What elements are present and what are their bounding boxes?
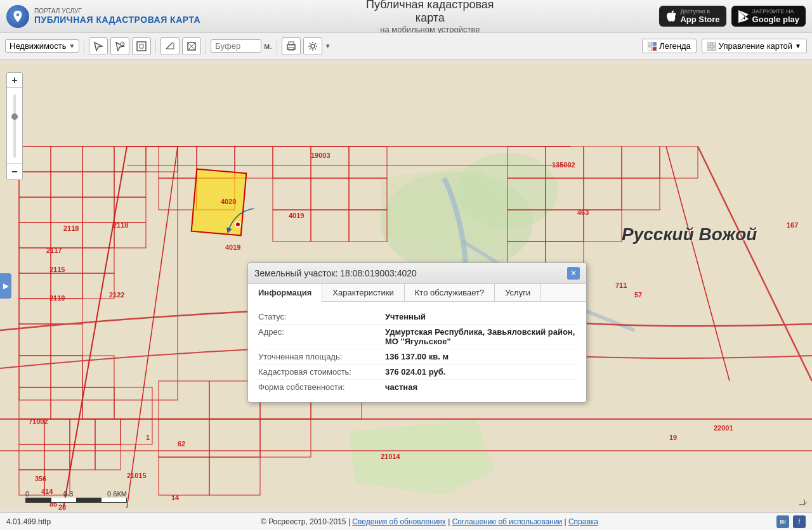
info-value-ownership: частная — [385, 382, 417, 392]
info-row-area: Уточненная площадь: 136 137.00 кв. м — [258, 349, 576, 365]
info-panel-close-button[interactable]: ✕ — [567, 267, 580, 280]
toolbar-separator-4 — [277, 39, 277, 54]
map-control-button[interactable]: Управление картой ▼ — [702, 39, 807, 53]
legend-label: Легенда — [659, 41, 690, 51]
center-title: Публичная кадастровая карта — [353, 0, 506, 25]
help-link[interactable]: Справка — [568, 517, 598, 526]
zoom-in-button[interactable]: + — [7, 73, 22, 88]
zoom-out-button[interactable]: − — [7, 164, 22, 179]
area-tool-button[interactable] — [182, 37, 201, 55]
svg-rect-14 — [707, 47, 711, 51]
svg-rect-11 — [653, 47, 657, 51]
svg-rect-12 — [707, 42, 711, 46]
select-tool-button[interactable] — [89, 37, 108, 55]
logo-icon — [6, 5, 29, 28]
info-row-status: Статус: Учтенный — [258, 309, 576, 325]
info-row-ownership: Форма собственности: частная — [258, 380, 576, 394]
zoom-select-button[interactable] — [132, 37, 151, 55]
side-panel-expand-button[interactable]: ▶ — [0, 273, 11, 299]
appstore-name: App Store — [680, 15, 719, 24]
info-value-address: Удмуртская Республика, Завьяловский райо… — [385, 327, 576, 346]
info-tool-button[interactable]: ? — [110, 37, 129, 55]
dropdown-arrow-icon: ▼ — [69, 42, 75, 49]
info-value-area: 136 137.00 кв. м — [385, 352, 449, 361]
map-container[interactable]: + − ▶ 19003 135002 463 167 711 71002 19 … — [0, 60, 812, 512]
legend-button[interactable]: Легенда — [642, 39, 696, 53]
appstore-label: Доступно в — [680, 8, 719, 15]
settings-arrow: ▾ — [326, 42, 330, 50]
header: ПОРТАЛ УСЛУГ ПУБЛИЧНАЯ КАДАСТРОВАЯ КАРТА… — [0, 0, 812, 33]
toolbar: Недвижимость ▼ ? м. ▾ Легенда Управление… — [0, 33, 812, 60]
header-text: ПОРТАЛ УСЛУГ ПУБЛИЧНАЯ КАДАСТРОВАЯ КАРТА — [34, 8, 200, 25]
property-type-select[interactable]: Недвижимость ▼ — [5, 39, 79, 53]
info-label-address: Адрес: — [258, 327, 385, 346]
googleplay-badge[interactable]: ЗАГРУЗИТЕ НА Google play — [731, 6, 806, 27]
map-control-arrow-icon: ▼ — [795, 42, 801, 49]
scale-label-0: 0 — [25, 490, 29, 498]
zoom-slider[interactable] — [7, 88, 22, 164]
scale-bar-visual — [25, 498, 127, 503]
updates-link[interactable]: Сведения об обновлениях — [352, 517, 446, 526]
info-tabs: Информация Характеристики Кто обслуживае… — [248, 284, 586, 302]
googleplay-name: Google play — [752, 15, 799, 24]
bottom-right: вк f — [776, 515, 806, 528]
header-center: Публичная кадастровая карта на мобильном… — [353, 0, 506, 34]
scale-label-max: 0.6КМ — [107, 490, 127, 498]
info-value-status: Учтенный — [385, 312, 426, 321]
toolbar-right: Легенда Управление картой ▼ — [642, 39, 807, 53]
info-row-address: Адрес: Удмуртская Республика, Завьяловск… — [258, 325, 576, 349]
tab-information[interactable]: Информация — [248, 284, 322, 302]
fb-icon[interactable]: f — [793, 515, 806, 528]
info-row-cadastral-value: Кадастровая стоимость: 376 024.01 руб. — [258, 365, 576, 380]
scale-label-mid: 0.3 — [63, 490, 73, 498]
toolbar-separator-2 — [155, 39, 156, 54]
copyright-text: © Росреестр, 2010-2015 — [261, 517, 346, 526]
tab-who-services[interactable]: Кто обслуживает? — [405, 284, 495, 301]
info-label-status: Статус: — [258, 312, 385, 321]
map-control-label: Управление картой — [719, 41, 792, 51]
appstore-badge[interactable]: Доступно в App Store — [659, 6, 726, 27]
usage-link[interactable]: Соглашение об использовании — [452, 517, 563, 526]
buffer-unit-label: м. — [264, 41, 272, 51]
portal-label: ПОРТАЛ УСЛУГ — [34, 8, 200, 15]
scale-bar: 0 0.3 0.6КМ — [25, 490, 127, 503]
app-badges: Доступно в App Store ЗАГРУЗИТЕ НА Google… — [659, 6, 806, 27]
measure-tool-button[interactable] — [160, 37, 180, 55]
buffer-input[interactable] — [211, 39, 261, 53]
info-value-cadastral-value: 376 024.01 руб. — [385, 367, 445, 377]
bottom-url: 4.01.499.http — [6, 517, 82, 526]
svg-point-7 — [311, 44, 315, 48]
bottom-bar: 4.01.499.http © Росреестр, 2010-2015 | С… — [0, 512, 812, 530]
tab-services[interactable]: Услуги — [495, 284, 541, 301]
info-panel: Земельный участок: 18:08:019003:4020 ✕ И… — [247, 262, 587, 403]
info-content: Статус: Учтенный Адрес: Удмуртская Респу… — [248, 302, 586, 402]
svg-text:?: ? — [122, 42, 124, 46]
info-panel-header: Земельный участок: 18:08:019003:4020 ✕ — [248, 263, 586, 284]
zoom-controls: + − — [6, 72, 23, 180]
info-label-cadastral-value: Кадастровая стоимость: — [258, 367, 385, 377]
toolbar-separator-3 — [206, 39, 206, 54]
logo: ПОРТАЛ УСЛУГ ПУБЛИЧНАЯ КАДАСТРОВАЯ КАРТА — [6, 5, 200, 28]
bottom-center: © Росреестр, 2010-2015 | Сведения об обн… — [82, 517, 776, 526]
info-label-area: Уточненная площадь: — [258, 352, 385, 361]
print-button[interactable] — [282, 37, 301, 55]
info-label-ownership: Форма собственности: — [258, 382, 385, 392]
map-title: ПУБЛИЧНАЯ КАДАСТРОВАЯ КАРТА — [34, 15, 200, 25]
scale-bar-labels: 0 0.3 0.6КМ — [25, 490, 127, 498]
settings-button[interactable] — [303, 37, 322, 55]
svg-rect-2 — [137, 42, 146, 51]
tab-characteristics[interactable]: Характеристики — [322, 284, 404, 301]
property-type-label: Недвижимость — [10, 41, 66, 51]
svg-rect-8 — [648, 42, 652, 46]
vk-icon[interactable]: вк — [776, 515, 789, 528]
info-panel-title: Земельный участок: 18:08:019003:4020 — [254, 268, 417, 278]
svg-rect-13 — [712, 42, 716, 46]
svg-rect-15 — [712, 47, 716, 51]
googleplay-pre: ЗАГРУЗИТЕ НА — [752, 8, 799, 15]
toolbar-separator-1 — [84, 39, 84, 54]
svg-rect-9 — [653, 42, 657, 46]
svg-rect-10 — [648, 47, 652, 51]
